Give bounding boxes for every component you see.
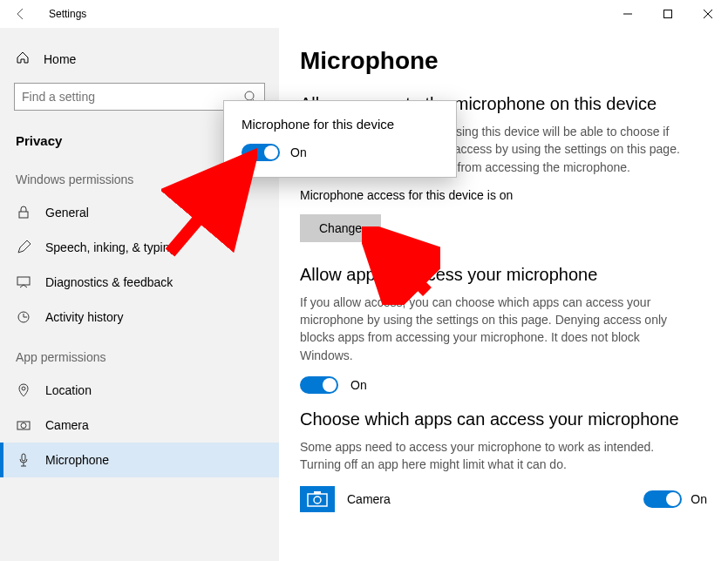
svg-rect-11 bbox=[314, 491, 321, 494]
maximize-button[interactable] bbox=[648, 0, 688, 28]
section-heading-choose-apps: Choose which apps can access your microp… bbox=[300, 409, 707, 429]
sidebar-item-speech-inking-typing[interactable]: Speech, inking, & typing bbox=[0, 230, 279, 265]
minimize-button[interactable] bbox=[608, 0, 648, 28]
page-title: Microphone bbox=[300, 47, 707, 75]
feedback-icon bbox=[16, 275, 31, 289]
window-controls bbox=[608, 0, 728, 28]
sidebar-item-label: Activity history bbox=[45, 310, 123, 324]
app-access-toggle[interactable] bbox=[300, 376, 338, 394]
camera-icon bbox=[16, 418, 31, 432]
svg-rect-2 bbox=[19, 212, 28, 218]
app-thumb-camera bbox=[300, 486, 335, 512]
app-toggle-camera-label: On bbox=[691, 492, 707, 506]
microphone-icon bbox=[16, 453, 31, 467]
search-input[interactable] bbox=[22, 90, 243, 104]
sidebar-item-label: Diagnostics & feedback bbox=[45, 275, 173, 289]
sidebar-item-label: Microphone bbox=[45, 453, 109, 467]
titlebar: Settings bbox=[0, 0, 728, 28]
svg-rect-0 bbox=[664, 10, 672, 18]
sidebar-item-microphone[interactable]: Microphone bbox=[0, 443, 279, 477]
app-toggle-camera[interactable] bbox=[643, 490, 682, 508]
sidebar-group-app-permissions: App permissions bbox=[0, 335, 279, 373]
sidebar-item-label: Speech, inking, & typing bbox=[45, 240, 176, 254]
sidebar-home-label: Home bbox=[44, 52, 76, 66]
close-button[interactable] bbox=[688, 0, 728, 28]
back-button[interactable] bbox=[0, 0, 42, 28]
svg-point-1 bbox=[245, 91, 254, 100]
location-icon bbox=[16, 383, 31, 397]
svg-point-7 bbox=[21, 423, 26, 429]
lock-icon bbox=[16, 206, 31, 220]
camera-icon bbox=[307, 491, 328, 507]
app-row-camera: Camera On bbox=[300, 486, 707, 512]
sidebar-item-diagnostics-feedback[interactable]: Diagnostics & feedback bbox=[0, 265, 279, 300]
popup-toggle-label: On bbox=[290, 145, 307, 159]
sidebar-item-label: Location bbox=[45, 383, 92, 397]
sidebar-item-label: General bbox=[45, 206, 89, 220]
pen-icon bbox=[16, 240, 31, 254]
app-access-toggle-label: On bbox=[350, 378, 367, 392]
popup-title: Microphone for this device bbox=[242, 117, 439, 132]
sidebar-item-camera[interactable]: Camera bbox=[0, 408, 279, 443]
change-button[interactable]: Change bbox=[300, 214, 381, 242]
device-access-status: Microphone access for this device is on bbox=[300, 188, 707, 202]
svg-point-5 bbox=[22, 387, 25, 390]
section-desc-app-access: If you allow access, you can choose whic… bbox=[300, 294, 684, 364]
section-desc-choose-apps: Some apps need to access your microphone… bbox=[300, 438, 684, 474]
sidebar-item-general[interactable]: General bbox=[0, 195, 279, 230]
device-microphone-popup: Microphone for this device On bbox=[223, 100, 457, 178]
history-icon bbox=[16, 310, 31, 324]
svg-point-10 bbox=[314, 497, 321, 504]
svg-rect-8 bbox=[22, 454, 25, 461]
window-title: Settings bbox=[49, 8, 86, 20]
sidebar-item-label: Camera bbox=[45, 418, 89, 432]
arrow-left-icon bbox=[14, 7, 28, 21]
svg-rect-3 bbox=[17, 277, 30, 285]
popup-toggle[interactable] bbox=[242, 144, 280, 161]
section-heading-app-access: Allow apps to access your microphone bbox=[300, 265, 707, 285]
svg-rect-9 bbox=[308, 494, 327, 506]
home-icon bbox=[16, 51, 30, 67]
sidebar-home[interactable]: Home bbox=[0, 42, 279, 76]
app-name-label: Camera bbox=[347, 492, 631, 506]
sidebar-item-location[interactable]: Location bbox=[0, 373, 279, 408]
sidebar-item-activity-history[interactable]: Activity history bbox=[0, 300, 279, 335]
